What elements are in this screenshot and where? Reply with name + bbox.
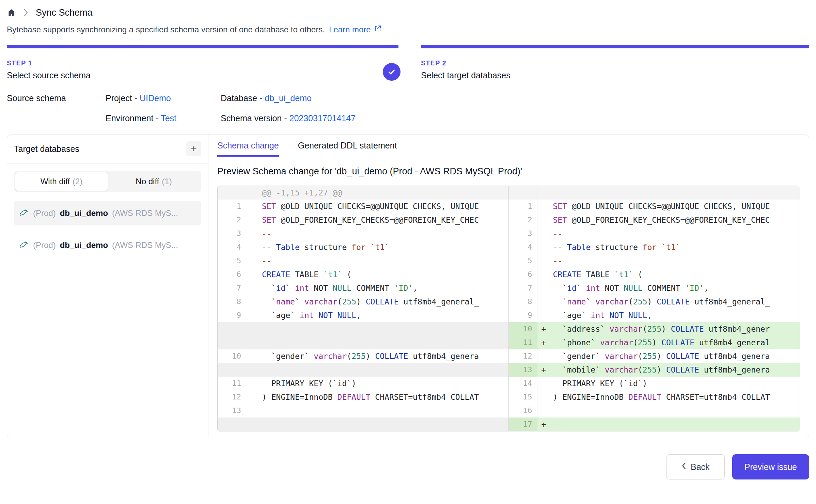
code-line: -- xyxy=(261,227,508,240)
code-line: `address` varchar(255) COLLATE utf8mb4_g… xyxy=(552,322,800,336)
diff-marker xyxy=(246,418,261,431)
preview-heading: Preview Schema change for 'db_ui_demo (P… xyxy=(217,166,800,177)
diff-marker xyxy=(537,240,552,254)
step-1-label: STEP 1 xyxy=(7,59,398,67)
diff-row-filler xyxy=(218,418,508,431)
line-number: 7 xyxy=(509,281,537,295)
line-number: 13 xyxy=(509,363,537,377)
code-line: PRIMARY KEY (`id`) xyxy=(261,377,508,390)
line-number: 2 xyxy=(218,213,246,227)
code-line: `name` varchar(255) COLLATE utf8mb4_gene… xyxy=(552,295,800,309)
target-databases-title: Target databases xyxy=(14,144,79,154)
code-line: `mobile` varchar(255) COLLATE utf8mb4_ge… xyxy=(552,363,800,377)
diff-row: 16 xyxy=(509,404,800,418)
db-instance: (AWS RDS MyS... xyxy=(112,240,178,250)
target-database-item[interactable]: (Prod)db_ui_demo(AWS RDS MyS... xyxy=(14,201,201,225)
code-line: CREATE TABLE `t1` ( xyxy=(552,268,800,281)
code-line: CREATE TABLE `t1` ( xyxy=(261,268,508,281)
tab-label: With diff xyxy=(41,177,70,186)
diff-row: 15) ENGINE=InnoDB DEFAULT CHARSET=utf8mb… xyxy=(509,390,800,404)
target-database-item[interactable]: (Prod)db_ui_demo(AWS RDS MyS... xyxy=(14,233,201,257)
chevron-left-icon xyxy=(681,462,687,472)
wizard-footer: Back Preview issue xyxy=(7,444,809,479)
diff-marker xyxy=(537,349,552,363)
diff-row: 12) ENGINE=InnoDB DEFAULT CHARSET=utf8mb… xyxy=(218,390,508,404)
line-number: 8 xyxy=(218,295,246,309)
add-target-database-button[interactable]: + xyxy=(186,141,201,156)
diff-marker xyxy=(537,377,552,390)
code-line xyxy=(261,363,508,377)
code-line: -- xyxy=(552,254,800,268)
line-number: 7 xyxy=(218,281,246,295)
line-number: 9 xyxy=(218,309,246,322)
schema-diff-view: @@ -1,15 +1,27 @@1SET @OLD_UNIQUE_CHECKS… xyxy=(217,186,800,431)
tab-generated-ddl[interactable]: Generated DDL statement xyxy=(298,141,397,157)
diff-marker: + xyxy=(537,336,552,349)
tab-schema-change[interactable]: Schema change xyxy=(217,141,279,157)
step-2: STEP 2 Select target databases xyxy=(421,45,809,80)
learn-more-link[interactable]: Learn more xyxy=(329,25,382,35)
diff-row: 8 `name` varchar(255) COLLATE utf8mb4_ge… xyxy=(509,295,800,309)
diff-marker xyxy=(537,390,552,404)
db-instance: (AWS RDS MyS... xyxy=(112,208,178,218)
preview-tabs: Schema changeGenerated DDL statement xyxy=(217,141,800,157)
source-schema-label: Source schema xyxy=(7,93,106,103)
environment-link[interactable]: Test xyxy=(161,113,176,123)
db-name: db_ui_demo xyxy=(60,208,108,218)
diff-marker xyxy=(246,322,261,336)
diff-marker xyxy=(246,240,261,254)
diff-filter-tab-no-diff[interactable]: No diff(1) xyxy=(108,172,200,191)
step-1: STEP 1 Select source schema xyxy=(7,45,398,80)
diff-row: 1SET @OLD_UNIQUE_CHECKS=@@UNIQUE_CHECKS,… xyxy=(218,200,508,213)
tab-count: (1) xyxy=(162,177,172,186)
line-number xyxy=(218,322,246,336)
diff-row: 3-- xyxy=(218,227,508,240)
diff-row-added: 11+ `phone` varchar(255) COLLATE utf8mb4… xyxy=(509,336,800,349)
code-line: SET @OLD_FOREIGN_KEY_CHECKS=@@FOREIGN_KE… xyxy=(261,213,508,227)
code-line: SET @OLD_FOREIGN_KEY_CHECKS=@@FOREIGN_KE… xyxy=(552,213,800,227)
line-number xyxy=(218,418,246,431)
back-button[interactable]: Back xyxy=(666,454,725,479)
diff-marker xyxy=(537,254,552,268)
line-number: 5 xyxy=(218,254,246,268)
code-line: ) ENGINE=InnoDB DEFAULT CHARSET=utf8mb4 … xyxy=(261,390,508,404)
schema-version-link[interactable]: 20230317014147 xyxy=(289,113,356,123)
preview-issue-button[interactable]: Preview issue xyxy=(732,454,809,479)
home-icon[interactable] xyxy=(7,8,16,17)
back-button-label: Back xyxy=(691,462,710,472)
diff-marker xyxy=(537,200,552,213)
line-number: 14 xyxy=(509,377,537,390)
diff-marker: + xyxy=(537,363,552,377)
code-line: ) ENGINE=InnoDB DEFAULT CHARSET=utf8mb4 … xyxy=(552,390,800,404)
diff-row: 12 `gender` varchar(255) COLLATE utf8mb4… xyxy=(509,349,800,363)
diff-row: 5-- xyxy=(218,254,508,268)
line-number: 12 xyxy=(218,390,246,404)
schema-version-label: Schema version xyxy=(221,113,282,123)
code-line xyxy=(261,418,508,431)
diff-marker xyxy=(537,295,552,309)
line-number: 1 xyxy=(218,200,246,213)
code-line: -- xyxy=(261,254,508,268)
plus-icon: + xyxy=(191,144,197,154)
project-link[interactable]: UIDemo xyxy=(140,93,171,103)
breadcrumb: Sync Schema xyxy=(7,5,809,20)
code-line xyxy=(261,322,508,336)
line-number: 1 xyxy=(509,200,537,213)
diff-row-added: 13+ `mobile` varchar(255) COLLATE utf8mb… xyxy=(509,363,800,377)
source-schema-summary: Source schema Project - UIDemo Database … xyxy=(7,93,809,123)
diff-marker xyxy=(246,363,261,377)
external-link-icon xyxy=(374,25,382,35)
diff-marker xyxy=(246,268,261,281)
step-2-title: Select target databases xyxy=(421,70,809,80)
diff-row: 13 xyxy=(218,404,508,418)
diff-hunk-header xyxy=(509,186,800,200)
database-link[interactable]: db_ui_demo xyxy=(265,93,312,103)
code-line: @@ -1,15 +1,27 @@ xyxy=(261,186,508,200)
line-number xyxy=(509,186,537,200)
diff-filter-tab-with-diff[interactable]: With diff(2) xyxy=(15,172,108,191)
separator: - xyxy=(260,93,262,103)
line-number: 13 xyxy=(218,404,246,418)
diff-marker xyxy=(246,390,261,404)
code-line: `id` int NOT NULL COMMENT 'ID', xyxy=(552,281,800,295)
diff-marker xyxy=(537,281,552,295)
